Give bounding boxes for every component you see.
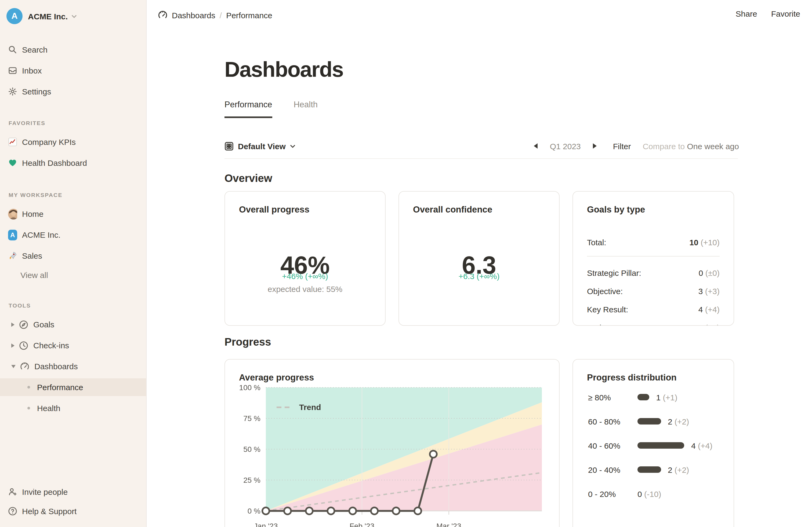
card-title: Overall confidence — [413, 205, 492, 215]
sidebar-item-health-dashboard[interactable]: Health Dashboard — [0, 152, 146, 174]
view-selector-label: Default View — [238, 141, 286, 151]
grid-view-icon — [224, 141, 234, 151]
app-window: A ACME Inc. Search Inbox Settings FAVORI… — [0, 0, 812, 527]
chevron-right-icon[interactable] — [11, 322, 14, 327]
gauge-icon — [20, 361, 30, 371]
card-title: Overall progress — [239, 205, 309, 215]
y-axis-label: 100 % — [239, 384, 260, 392]
sidebar-item-acme-workspace[interactable]: A ACME Inc. — [0, 224, 146, 245]
x-axis-label: Feb '23 — [350, 522, 375, 527]
goals-type-row: Strategic Pillar:0 (±0) — [587, 267, 720, 278]
sidebar-invite-people[interactable]: Invite people — [0, 481, 146, 502]
arrow-left-icon — [534, 143, 538, 149]
goal-type-label: Key Result: — [587, 304, 628, 314]
sidebar-item-settings[interactable]: Settings — [0, 81, 146, 102]
goals-total-value: 10 — [689, 238, 698, 246]
company-name: ACME Inc. — [28, 12, 68, 21]
next-period-button[interactable] — [591, 142, 599, 150]
share-button[interactable]: Share — [736, 9, 757, 18]
y-axis-label: 25 % — [243, 476, 260, 484]
goals-total-label: Total: — [587, 238, 606, 246]
distribution-row: 20 - 40%2 (+2) — [588, 464, 725, 475]
y-axis-label: 75 % — [243, 414, 260, 423]
average-progress-card: Average progress Trend100 %75 %50 %25 %0… — [224, 359, 560, 527]
distribution-bucket-label: 0 - 20% — [588, 489, 637, 498]
overall-progress-delta: +46% (+∞%) — [225, 272, 385, 281]
favorite-button[interactable]: Favorite — [771, 9, 800, 18]
sidebar-item-performance[interactable]: Performance — [0, 378, 146, 396]
goals-type-row: Key Result:4 (+4) — [587, 304, 720, 315]
tools-section-label: TOOLS — [9, 300, 31, 311]
sidebar-item-home[interactable]: Home — [0, 204, 146, 224]
sidebar-help-support[interactable]: Help & Support — [0, 501, 146, 522]
progress-distribution-card: Progress distribution ≥ 80%1 (+1)60 - 80… — [572, 359, 734, 527]
chevron-right-icon[interactable] — [11, 343, 14, 347]
goal-type-value: 0 (±0) — [699, 268, 720, 277]
divider — [587, 256, 720, 257]
chart-point — [306, 508, 313, 514]
sidebar-item-dashboards[interactable]: Dashboards — [0, 356, 146, 377]
distribution-bar — [637, 394, 649, 400]
chart-point — [414, 508, 421, 514]
rocket-icon — [8, 251, 17, 260]
sidebar-item-goals[interactable]: Goals — [0, 314, 146, 335]
breadcrumb-root[interactable]: Dashboards — [172, 11, 215, 19]
sidebar-item-inbox[interactable]: Inbox — [0, 60, 146, 81]
chart-point — [284, 508, 291, 514]
workspace-section-label: MY WORKSPACE — [9, 190, 62, 200]
chevron-down-icon[interactable] — [11, 365, 16, 368]
y-axis-label: 0 % — [248, 507, 260, 515]
card-title: Progress distribution — [587, 373, 677, 383]
average-progress-chart: Trend100 %75 %50 %25 %0 %Jan '23Feb '23M… — [229, 384, 552, 527]
search-icon — [8, 45, 17, 54]
bullet-icon — [27, 386, 30, 389]
compare-control[interactable]: Compare to One week ago — [642, 141, 739, 151]
company-logo: A — [6, 8, 23, 24]
gear-icon — [8, 87, 17, 96]
sidebar-view-all[interactable]: View all — [0, 265, 146, 286]
sidebar-item-search[interactable]: Search — [0, 39, 146, 60]
chart-point — [371, 508, 378, 514]
overview-heading: Overview — [224, 172, 272, 185]
chevron-down-icon — [290, 144, 295, 148]
distribution-row: ≥ 80%1 (+1) — [588, 392, 725, 403]
previous-period-button[interactable] — [532, 142, 540, 150]
clock-icon — [19, 341, 28, 350]
compare-prefix: Compare to — [642, 141, 685, 151]
distribution-value: 2 (+2) — [668, 417, 689, 426]
sidebar-item-check-ins[interactable]: Check-ins — [0, 335, 146, 356]
compass-icon — [19, 320, 28, 329]
tab-performance[interactable]: Performance — [224, 100, 272, 118]
breadcrumb: Dashboards / Performance — [158, 9, 272, 21]
y-axis-label: 50 % — [243, 445, 260, 453]
sidebar-item-company-kpis[interactable]: Company KPIs — [0, 132, 146, 152]
goal-type-label: Strategic Pillar: — [587, 268, 641, 277]
sidebar-item-health[interactable]: Health — [0, 398, 146, 419]
goal-type-value: 3 (+3) — [698, 286, 720, 296]
view-selector[interactable]: Default View — [224, 138, 295, 153]
overall-confidence-card: Overall confidence 6.3 +6.3 (+∞%) — [398, 191, 560, 326]
distribution-bucket-label: 60 - 80% — [588, 417, 637, 426]
toolbar-right: Q1 2023 Filter Compare to One week ago — [532, 138, 739, 153]
distribution-value: 1 (+1) — [656, 393, 678, 402]
chart-point — [430, 451, 437, 457]
tab-bar: Performance Health — [224, 100, 318, 118]
goal-type-label: Project: — [587, 323, 614, 326]
period-label[interactable]: Q1 2023 — [550, 141, 581, 151]
goals-total-delta: (+10) — [700, 238, 720, 246]
sidebar-item-sales[interactable]: Sales — [0, 245, 146, 266]
tab-health[interactable]: Health — [293, 100, 318, 118]
goal-type-value: 2 (+2) — [698, 323, 720, 326]
breadcrumb-separator: / — [220, 11, 222, 19]
goals-by-type-card: Goals by type Total: 10 (+10) Strategic … — [572, 191, 734, 326]
workspace-switcher[interactable]: A ACME Inc. — [0, 8, 146, 24]
filter-button[interactable]: Filter — [613, 141, 631, 151]
x-axis-label: Mar '23 — [436, 522, 461, 527]
chart-point — [328, 508, 335, 514]
distribution-bucket-label: ≥ 80% — [588, 393, 637, 402]
chart-point — [349, 508, 356, 514]
person-add-icon — [8, 487, 17, 496]
breadcrumb-current[interactable]: Performance — [226, 11, 272, 19]
kpi-chart-icon — [8, 137, 17, 147]
legend-trend-label: Trend — [299, 403, 321, 412]
